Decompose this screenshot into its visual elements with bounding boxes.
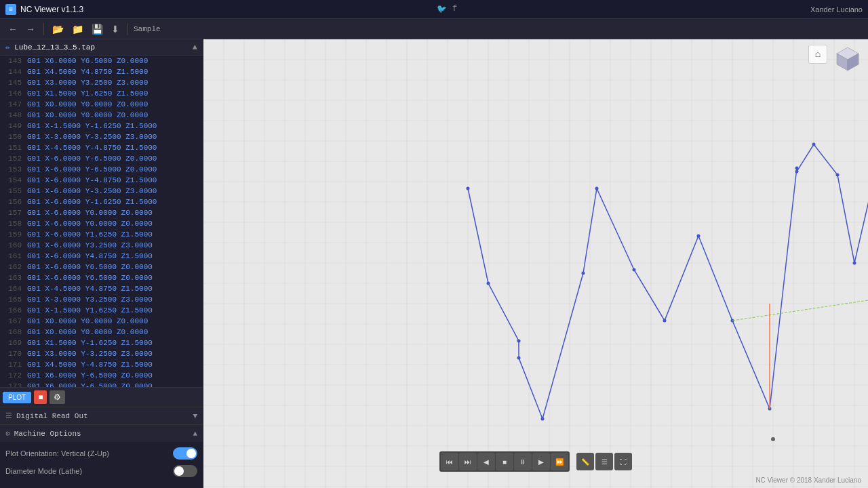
code-line: 166G01 X-1.5000 Y1.6250 Z1.5000 (0, 305, 203, 316)
line-code: G01 X0.0000 Y0.0000 Z0.0000 (27, 317, 148, 326)
stop-button[interactable]: ■ (34, 390, 47, 404)
machine-chevron-icon[interactable]: ▲ (193, 430, 197, 438)
code-line: 151G01 X-4.5000 Y-4.8750 Z1.5000 (0, 142, 203, 153)
home-button[interactable]: ⌂ (808, 45, 827, 64)
open-file-button[interactable]: 📂 (50, 22, 66, 36)
line-code: G01 X0.0000 Y0.0000 Z0.0000 (27, 100, 148, 109)
line-code: G01 X-6.0000 Y-6.5000 Z0.0000 (27, 154, 157, 163)
folder-button[interactable]: 📁 (69, 22, 86, 36)
download-button[interactable]: ⬇ (108, 22, 122, 36)
line-number: 143 (3, 56, 22, 66)
line-code: G01 X-4.5000 Y-4.8750 Z1.5000 (27, 143, 157, 152)
code-toolbar: PLOT ■ ⚙ (0, 387, 203, 407)
orientation-label: Plot Orientation: Vertical (Z-Up) (5, 449, 173, 458)
code-lines-container: 143G01 X6.0000 Y6.5000 Z0.0000144G01 X4.… (0, 56, 203, 387)
file-name: Lube_12_13_3_5.tap (14, 43, 193, 52)
line-code: G01 X-6.0000 Y4.8750 Z1.5000 (27, 251, 153, 261)
sample-label[interactable]: Sample (134, 25, 161, 33)
line-number: 155 (3, 186, 22, 196)
play-button[interactable]: ▶ (532, 453, 550, 470)
line-code: G01 X-1.5000 Y-1.6250 Z1.5000 (27, 121, 157, 131)
stop-playback-button[interactable]: ■ (496, 453, 513, 470)
line-number: 145 (3, 78, 22, 87)
line-code: G01 X-6.0000 Y-4.8750 Z1.5000 (27, 176, 157, 185)
line-number: 159 (3, 230, 22, 239)
skip-start-button[interactable]: ⏮ (441, 453, 458, 470)
line-number: 157 (3, 208, 22, 218)
code-line: 150G01 X-3.0000 Y-3.2500 Z3.0000 (0, 131, 203, 142)
line-code: G01 X4.5000 Y4.8750 Z1.5000 (27, 67, 148, 77)
dro-header[interactable]: ☰ Digital Read Out ▼ (0, 407, 203, 424)
line-code: G01 X-6.0000 Y1.6250 Z1.5000 (27, 230, 153, 239)
line-code: G01 X-1.5000 Y1.6250 Z1.5000 (27, 306, 153, 315)
prev-frame-button[interactable]: ⏭ (459, 453, 477, 470)
pause-button[interactable]: ⏸ (514, 453, 532, 470)
line-code: G01 X6.0000 Y6.5000 Z0.0000 (27, 56, 148, 66)
fullscreen-button[interactable]: ⛶ (614, 453, 632, 470)
line-code: G01 X0.0000 Y0.0000 Z0.0000 (27, 327, 148, 337)
dro-label: Digital Read Out (16, 412, 88, 420)
line-code: G01 X4.5000 Y-4.8750 Z1.5000 (27, 360, 153, 369)
line-number: 151 (3, 143, 22, 152)
line-code: G01 X-6.0000 Y-1.6250 Z1.5000 (27, 197, 157, 207)
playback-group: ⏮ ⏭ ◀ ■ ⏸ ▶ ⏩ (439, 451, 570, 472)
main-layout: ✏ Lube_12_13_3_5.tap ▲ 143G01 X6.0000 Y6… (0, 39, 868, 488)
code-line: 147G01 X0.0000 Y0.0000 Z0.0000 (0, 99, 203, 110)
code-line: 170G01 X3.0000 Y-3.2500 Z3.0000 (0, 348, 203, 359)
playback-controls: ⏮ ⏭ ◀ ■ ⏸ ▶ ⏩ 📏 ☰ ⛶ (439, 451, 632, 472)
line-number: 152 (3, 154, 22, 163)
line-code: G01 X-6.0000 Y-6.5000 Z0.0000 (27, 165, 157, 174)
grid-canvas (203, 39, 868, 488)
orientation-toggle[interactable] (173, 447, 197, 460)
line-number: 144 (3, 67, 22, 77)
line-number: 153 (3, 165, 22, 174)
line-number: 162 (3, 262, 22, 272)
plot-button[interactable]: PLOT (3, 392, 31, 403)
viewport[interactable]: ⌂ ⏮ ⏭ ◀ (203, 39, 868, 488)
app-icon: ⊞ (5, 4, 16, 15)
code-line: 164G01 X-4.5000 Y4.8750 Z1.5000 (0, 283, 203, 294)
code-line: 161G01 X-6.0000 Y4.8750 Z1.5000 (0, 251, 203, 262)
code-line: 145G01 X3.0000 Y3.2500 Z3.0000 (0, 77, 203, 88)
line-code: G01 X-3.0000 Y-3.2500 Z3.0000 (27, 132, 157, 142)
file-collapse-icon[interactable]: ▲ (193, 43, 197, 52)
titlebar: ⊞ NC Viewer v1.1.3 🐦 f Xander Luciano (0, 0, 868, 19)
code-line: 152G01 X-6.0000 Y-6.5000 Z0.0000 (0, 153, 203, 164)
rewind-button[interactable]: ◀ (477, 453, 495, 470)
left-panel: ✏ Lube_12_13_3_5.tap ▲ 143G01 X6.0000 Y6… (0, 39, 203, 488)
code-line: 156G01 X-6.0000 Y-1.6250 Z1.5000 (0, 197, 203, 207)
forward-button[interactable]: → (23, 22, 38, 36)
file-header: ✏ Lube_12_13_3_5.tap ▲ (0, 39, 203, 56)
line-number: 172 (3, 371, 22, 380)
line-code: G01 X1.5000 Y-1.6250 Z1.5000 (27, 338, 153, 348)
twitter-icon[interactable]: 🐦 (437, 4, 447, 14)
list-view-button[interactable]: ☰ (595, 453, 613, 470)
line-number: 150 (3, 132, 22, 142)
gear-icon: ⚙ (5, 429, 10, 438)
code-line: 167G01 X0.0000 Y0.0000 Z0.0000 (0, 316, 203, 327)
view-controls: 📏 ☰ ⛶ (576, 453, 632, 470)
fast-forward-button[interactable]: ⏩ (551, 453, 568, 470)
code-line: 163G01 X-6.0000 Y6.5000 Z0.0000 (0, 272, 203, 283)
code-line: 171G01 X4.5000 Y-4.8750 Z1.5000 (0, 359, 203, 370)
settings-button[interactable]: ⚙ (50, 390, 65, 404)
line-number: 156 (3, 197, 22, 207)
line-code: G01 X3.0000 Y-3.2500 Z3.0000 (27, 349, 153, 359)
cube-widget[interactable] (833, 45, 863, 75)
line-number: 154 (3, 176, 22, 185)
line-code: G01 X-6.0000 Y0.0000 Z0.0000 (27, 208, 153, 218)
code-area[interactable]: 143G01 X6.0000 Y6.5000 Z0.0000144G01 X4.… (0, 56, 203, 387)
machine-header[interactable]: ⚙ Machine Options ▲ (0, 424, 203, 442)
copyright: NC Viewer © 2018 Xander Luciano (755, 476, 861, 484)
back-button[interactable]: ← (5, 22, 20, 36)
measure-button[interactable]: 📏 (576, 453, 594, 470)
code-line: 158G01 X-6.0000 Y0.0000 Z0.0000 (0, 218, 203, 229)
code-line: 169G01 X1.5000 Y-1.6250 Z1.5000 (0, 338, 203, 348)
save-button[interactable]: 💾 (89, 22, 106, 36)
code-line: 144G01 X4.5000 Y4.8750 Z1.5000 (0, 66, 203, 77)
facebook-icon[interactable]: f (452, 4, 457, 14)
lathe-toggle[interactable] (173, 465, 197, 477)
line-code: G01 X-6.0000 Y-3.2500 Z3.0000 (27, 186, 157, 196)
dro-chevron-icon[interactable]: ▼ (193, 412, 197, 420)
line-code: G01 X6.0000 Y-6.5000 Z0.0000 (27, 371, 153, 380)
